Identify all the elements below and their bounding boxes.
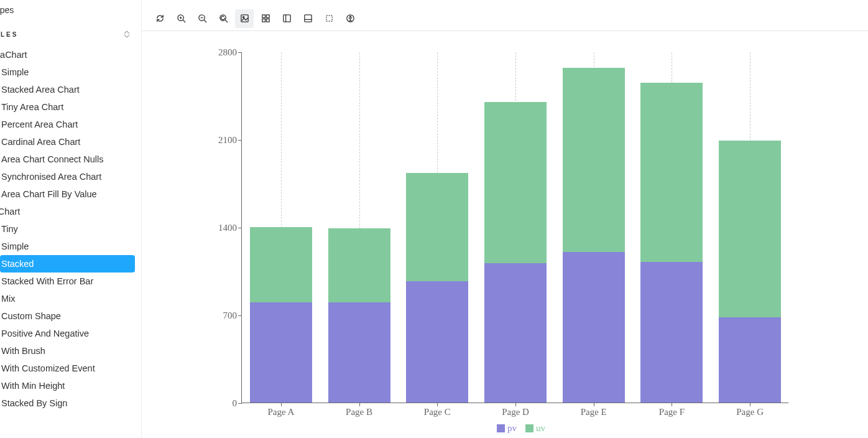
truncated-nav-title: apes xyxy=(0,2,141,21)
x-tick-label: Page C xyxy=(424,403,451,417)
svg-rect-19 xyxy=(326,16,331,21)
zoom-out-icon[interactable] xyxy=(193,9,211,28)
bar-pv xyxy=(719,317,781,403)
bar-uv xyxy=(406,173,468,281)
legend-label-uv: uv xyxy=(536,423,545,433)
image-icon[interactable] xyxy=(235,9,254,28)
sidebar-item[interactable]: Synchronised Area Chart xyxy=(0,168,141,185)
legend-item-pv: pv xyxy=(497,423,517,434)
bar-uv xyxy=(484,102,547,264)
accessibility-icon[interactable] xyxy=(341,9,359,28)
sidebar-item[interactable]: Stacked By Sign xyxy=(0,394,141,412)
svg-line-8 xyxy=(225,20,228,22)
sidebar-item[interactable]: Simple xyxy=(0,63,141,81)
bar-pv xyxy=(563,252,625,403)
bar-pv xyxy=(640,262,703,403)
stacked-bar-chart: 0700140021002800Page APage BPage CPage D… xyxy=(241,52,801,438)
sidebar-item[interactable]: Tiny xyxy=(0,220,141,238)
grid-icon[interactable] xyxy=(256,9,275,28)
zoom-in-icon[interactable] xyxy=(172,9,190,28)
x-tick-label: Page B xyxy=(346,403,372,417)
sidebar-tree: eaChartSimpleStacked Area ChartTiny Area… xyxy=(0,46,141,412)
zoom-reset-icon[interactable] xyxy=(214,9,233,28)
legend-label-pv: pv xyxy=(507,423,517,433)
x-tick-label: Page A xyxy=(267,403,294,417)
swatch-pv xyxy=(497,424,505,432)
svg-line-5 xyxy=(204,20,206,22)
sidebar-item[interactable]: Cardinal Area Chart xyxy=(0,133,141,151)
svg-rect-17 xyxy=(304,15,311,22)
plot-area: 0700140021002800Page APage BPage CPage D… xyxy=(241,52,788,403)
sidebar-group[interactable]: rChart xyxy=(0,203,141,220)
legend: pv uv xyxy=(241,423,801,434)
x-tick-label: Page D xyxy=(502,403,529,417)
y-tick-label: 2800 xyxy=(218,47,237,58)
y-tick-label: 2100 xyxy=(218,135,237,146)
measure-icon[interactable] xyxy=(320,9,338,28)
sidebar-item[interactable]: Positive And Negative xyxy=(0,325,141,342)
sidebar-item[interactable]: Mix xyxy=(0,290,141,307)
svg-point-21 xyxy=(349,16,351,17)
svg-rect-14 xyxy=(266,19,269,22)
svg-point-10 xyxy=(242,17,244,18)
sidebar-group[interactable]: eaChart xyxy=(0,46,141,63)
svg-line-1 xyxy=(183,20,185,22)
svg-rect-11 xyxy=(262,15,265,18)
bar-uv xyxy=(563,68,625,252)
y-tick xyxy=(238,140,242,141)
bar-pv xyxy=(406,281,468,403)
y-tick xyxy=(238,315,242,316)
sidebar-item[interactable]: Stacked xyxy=(0,255,135,273)
sidebar-item[interactable]: Area Chart Connect Nulls xyxy=(0,151,141,168)
bottom-panel-icon[interactable] xyxy=(298,9,317,28)
x-tick-label: Page F xyxy=(659,403,685,417)
sidebar-item[interactable]: Custom Shape xyxy=(0,307,141,325)
sidebar-item[interactable]: With Brush xyxy=(0,342,141,360)
swatch-uv xyxy=(525,424,533,432)
bar-uv xyxy=(250,227,312,302)
sidebar-item[interactable]: Stacked Area Chart xyxy=(0,81,141,98)
sync-icon[interactable] xyxy=(150,9,169,28)
y-tick-label: 1400 xyxy=(218,223,237,233)
svg-rect-12 xyxy=(266,15,269,18)
active-tab-underline xyxy=(142,0,868,6)
y-tick xyxy=(238,228,242,228)
expand-collapse-icon xyxy=(121,29,132,40)
svg-rect-13 xyxy=(262,19,265,22)
sidebar-item[interactable]: With Min Height xyxy=(0,377,141,394)
sidebar-item[interactable]: Simple xyxy=(0,238,141,255)
bar-uv xyxy=(640,83,703,262)
y-tick-label: 700 xyxy=(223,310,238,321)
x-tick-label: Page E xyxy=(581,403,607,417)
x-tick-label: Page G xyxy=(736,403,764,417)
canvas-area: 0700140021002800Page APage BPage CPage D… xyxy=(142,31,868,438)
bar-pv xyxy=(328,302,390,403)
bar-uv xyxy=(719,141,781,317)
y-tick xyxy=(238,52,242,53)
examples-heading[interactable]: MPLES xyxy=(0,21,141,46)
svg-rect-15 xyxy=(283,15,290,22)
sidebar: apes MPLES eaChartSimpleStacked Area Cha… xyxy=(0,0,142,438)
sidebar-item[interactable]: Area Chart Fill By Value xyxy=(0,185,141,203)
main-panel: 0700140021002800Page APage BPage CPage D… xyxy=(142,0,868,438)
sidebar-item[interactable]: Tiny Area Chart xyxy=(0,98,141,116)
legend-item-uv: uv xyxy=(525,423,545,434)
bar-pv xyxy=(484,263,547,403)
examples-label: MPLES xyxy=(0,31,18,38)
sidebar-item[interactable]: Percent Area Chart xyxy=(0,116,141,133)
canvas-toolbar xyxy=(142,6,868,31)
sidebar-item[interactable]: Stacked With Error Bar xyxy=(0,273,141,290)
bar-pv xyxy=(250,302,312,403)
y-tick-label: 0 xyxy=(233,398,238,409)
bar-uv xyxy=(328,228,390,302)
side-panel-icon[interactable] xyxy=(277,9,296,28)
sidebar-item[interactable]: With Customized Event xyxy=(0,360,141,377)
y-tick xyxy=(238,403,242,404)
